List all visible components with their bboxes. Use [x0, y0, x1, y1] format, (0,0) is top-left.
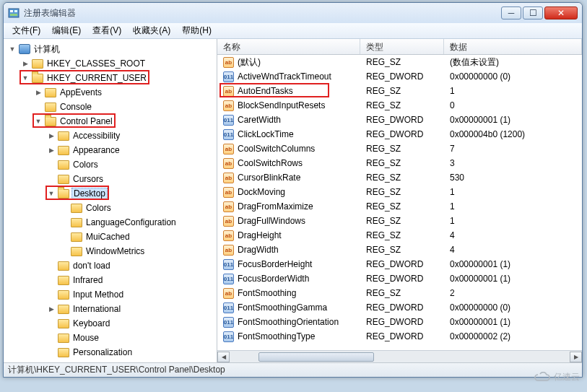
scroll-right-button[interactable]: ▶ — [570, 352, 582, 362]
tree-label[interactable]: MuiCached — [84, 232, 131, 242]
col-header-type[interactable]: 类型 — [360, 39, 444, 54]
expander-icon[interactable]: ▶ — [34, 89, 43, 96]
tree-label[interactable]: 计算机 — [32, 43, 61, 56]
tree-label[interactable]: Accessibility — [71, 131, 121, 141]
tree-item[interactable]: Keyboard — [4, 316, 217, 331]
value-name: FontSmoothingType — [238, 331, 315, 341]
tree-label[interactable]: WindowMetrics — [84, 246, 146, 256]
value-type: REG_SZ — [360, 216, 444, 226]
tree-item[interactable]: Cursors — [4, 172, 217, 186]
expander-icon[interactable]: ▶ — [21, 60, 30, 67]
tree-item[interactable]: Personalization — [4, 345, 217, 360]
tree-label[interactable]: Desktop — [71, 188, 108, 199]
value-type: REG_DWORD — [360, 331, 444, 341]
tree-label[interactable]: Keyboard — [71, 318, 111, 328]
tree-label[interactable]: Colors — [71, 160, 100, 170]
tree-item[interactable]: Input Method — [4, 287, 217, 302]
value-row[interactable]: abDragWidthREG_SZ4 — [217, 243, 582, 257]
maximize-button[interactable]: ☐ — [523, 6, 543, 19]
tree-item[interactable]: ▶AppEvents — [4, 85, 217, 100]
minimize-button[interactable]: ─ — [501, 6, 521, 19]
value-row[interactable]: 011ClickLockTimeREG_DWORD0x000004b0 (120… — [217, 127, 582, 141]
tree-label[interactable]: Console — [58, 102, 93, 112]
tree-item[interactable]: ▶International — [4, 302, 217, 316]
tree-label[interactable]: Infrared — [71, 275, 104, 285]
value-row[interactable]: 011FocusBorderWidthREG_DWORD0x00000001 (… — [217, 271, 582, 286]
tree-label[interactable]: Mouse — [71, 333, 100, 343]
value-row[interactable]: abDockMovingREG_SZ1 — [217, 185, 582, 199]
expander-icon[interactable]: ▼ — [34, 118, 43, 125]
value-row[interactable]: abBlockSendInputResetsREG_SZ0 — [217, 98, 582, 113]
tree-pane[interactable]: ▼计算机▶HKEY_CLASSES_ROOT▼HKEY_CURRENT_USER… — [4, 39, 217, 362]
horizontal-scrollbar[interactable]: ◀ ▶ — [217, 350, 582, 362]
value-row[interactable]: abFontSmoothingREG_SZ2 — [217, 286, 582, 300]
value-row[interactable]: 011FontSmoothingTypeREG_DWORD0x00000002 … — [217, 329, 582, 344]
expander-icon[interactable]: ▶ — [47, 147, 56, 154]
tree-item[interactable]: Infrared — [4, 273, 217, 287]
value-row[interactable]: 011FocusBorderHeightREG_DWORD0x00000001 … — [217, 257, 582, 271]
menu-item-3[interactable]: 收藏夹(A) — [127, 23, 176, 38]
tree-item[interactable]: ▶Accessibility — [4, 129, 217, 143]
tree-label[interactable]: HKEY_CLASSES_ROOT — [45, 58, 147, 69]
menu-item-1[interactable]: 编辑(E) — [46, 23, 87, 38]
value-row[interactable]: abCoolSwitchRowsREG_SZ3 — [217, 156, 582, 170]
tree-label[interactable]: AppEvents — [58, 87, 103, 97]
menu-item-4[interactable]: 帮助(H) — [176, 23, 217, 38]
folder-icon — [58, 319, 69, 328]
tree-item[interactable]: Console — [4, 100, 217, 114]
value-row[interactable]: abDragFullWindowsREG_SZ1 — [217, 214, 582, 228]
tree-item[interactable]: ▼Desktop — [4, 186, 217, 201]
value-row[interactable]: 011FontSmoothingOrientationREG_DWORD0x00… — [217, 315, 582, 329]
close-button[interactable]: ✕ — [544, 6, 578, 19]
expander-icon[interactable]: ▶ — [47, 305, 56, 313]
value-row[interactable]: abCoolSwitchColumnsREG_SZ7 — [217, 141, 582, 156]
col-header-data[interactable]: 数据 — [444, 39, 582, 54]
tree-label[interactable]: HKEY_CURRENT_USER — [45, 73, 148, 83]
tree-label[interactable]: Control Panel — [58, 116, 114, 126]
folder-icon — [58, 261, 69, 271]
tree-item[interactable]: Mouse — [4, 331, 217, 345]
expander-icon[interactable]: ▼ — [21, 74, 30, 82]
value-row[interactable]: 011CaretWidthREG_DWORD0x00000001 (1) — [217, 113, 582, 127]
tree-label[interactable]: Colors — [84, 203, 113, 213]
titlebar[interactable]: 注册表编辑器 ─ ☐ ✕ — [4, 3, 582, 23]
value-row[interactable]: ab(默认)REG_SZ(数值未设置) — [217, 55, 582, 69]
tree-item[interactable]: ▼计算机 — [4, 42, 217, 56]
value-row[interactable]: 011ActiveWndTrackTimeoutREG_DWORD0x00000… — [217, 69, 582, 84]
tree-item[interactable]: ▶Appearance — [4, 143, 217, 157]
value-row[interactable]: 011FontSmoothingGammaREG_DWORD0x00000000… — [217, 300, 582, 315]
tree-label[interactable]: Cursors — [71, 174, 105, 184]
menu-item-2[interactable]: 查看(V) — [87, 23, 127, 38]
col-header-name[interactable]: 名称 — [217, 39, 360, 54]
tree-label[interactable]: Input Method — [71, 289, 125, 300]
expander-icon[interactable]: ▼ — [8, 45, 17, 53]
values-pane[interactable]: 名称 类型 数据 ab(默认)REG_SZ(数值未设置)011ActiveWnd… — [217, 39, 582, 362]
tree-item[interactable]: Colors — [4, 201, 217, 215]
scroll-left-button[interactable]: ◀ — [217, 352, 230, 362]
tree-item[interactable]: WindowMetrics — [4, 244, 217, 258]
tree-item[interactable]: ▼Control Panel — [4, 114, 217, 129]
scroll-thumb[interactable] — [258, 352, 374, 362]
tree-item[interactable]: don't load — [4, 258, 217, 273]
tree-item[interactable]: Colors — [4, 157, 217, 172]
value-row[interactable]: abAutoEndTasksREG_SZ1 — [217, 84, 582, 98]
expander-icon[interactable]: ▼ — [47, 190, 56, 197]
value-row[interactable]: abCursorBlinkRateREG_SZ530 — [217, 170, 582, 185]
tree-label[interactable]: International — [71, 304, 122, 314]
tree-label[interactable]: Appearance — [71, 145, 121, 155]
tree-item[interactable]: ▼HKEY_CURRENT_USER — [4, 71, 217, 85]
menu-item-0[interactable]: 文件(F) — [6, 23, 46, 38]
tree-item[interactable]: ▶HKEY_CLASSES_ROOT — [4, 56, 217, 71]
value-row[interactable]: abDragHeightREG_SZ4 — [217, 228, 582, 243]
tree-item[interactable]: MuiCached — [4, 230, 217, 244]
tree-item[interactable]: ▶PowerCfg — [4, 360, 217, 362]
tree-label[interactable]: LanguageConfiguration — [84, 217, 178, 227]
tree-item[interactable]: LanguageConfiguration — [4, 215, 217, 230]
value-row[interactable]: abDragFromMaximizeREG_SZ1 — [217, 199, 582, 214]
tree-label[interactable]: PowerCfg — [71, 362, 113, 362]
folder-icon — [58, 348, 69, 357]
list-header[interactable]: 名称 类型 数据 — [217, 39, 582, 55]
tree-label[interactable]: don't load — [71, 261, 112, 271]
tree-label[interactable]: Personalization — [71, 347, 134, 357]
expander-icon[interactable]: ▶ — [47, 132, 56, 139]
